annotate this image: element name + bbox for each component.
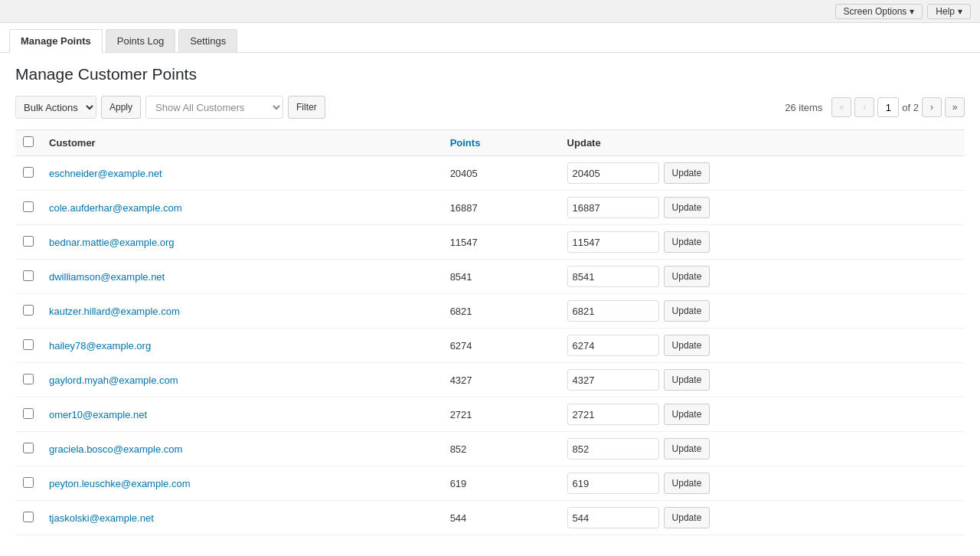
table-row: cole.aufderhar@example.com 16887 Update <box>15 191 965 225</box>
update-button[interactable]: Update <box>664 266 710 287</box>
row-checkbox-cell <box>15 191 41 225</box>
row-checkbox-cell <box>15 466 41 501</box>
update-input[interactable] <box>567 369 659 391</box>
screen-options-button[interactable]: Screen Options ▾ <box>835 4 923 19</box>
row-checkbox[interactable] <box>23 167 34 178</box>
prev-page-button[interactable]: ‹ <box>854 97 874 117</box>
customer-email-link[interactable]: tjaskolski@example.net <box>49 512 154 524</box>
row-update-cell: Update <box>560 363 965 397</box>
top-bar-right: Screen Options ▾ Help ▾ <box>831 4 971 19</box>
row-points-cell: 16887 <box>443 191 560 225</box>
customers-table: Customer Points Update eschneider@exampl… <box>15 129 965 535</box>
customer-email-link[interactable]: dwilliamson@example.net <box>49 271 165 283</box>
row-checkbox[interactable] <box>23 305 34 316</box>
row-checkbox-cell <box>15 501 41 535</box>
customer-email-link[interactable]: bednar.mattie@example.org <box>49 237 175 248</box>
customer-email-link[interactable]: omer10@example.net <box>49 409 147 420</box>
update-input[interactable] <box>567 197 659 218</box>
update-input[interactable] <box>567 335 659 356</box>
row-checkbox[interactable] <box>23 236 34 247</box>
tab-points-log[interactable]: Points Log <box>106 29 175 52</box>
customer-email-link[interactable]: peyton.leuschke@example.com <box>49 478 190 489</box>
tab-manage-points[interactable]: Manage Points <box>9 29 103 53</box>
customer-email-link[interactable]: hailey78@example.org <box>49 340 151 352</box>
row-checkbox-cell <box>15 156 41 191</box>
row-email-cell: kautzer.hillard@example.com <box>41 294 443 329</box>
update-cell-container: Update <box>567 507 957 528</box>
update-button[interactable]: Update <box>664 197 710 218</box>
update-input[interactable] <box>567 507 659 528</box>
update-button[interactable]: Update <box>664 473 710 494</box>
row-checkbox[interactable] <box>23 408 34 419</box>
row-email-cell: graciela.bosco@example.com <box>41 432 443 466</box>
select-all-checkbox[interactable] <box>23 136 34 147</box>
update-cell-container: Update <box>567 404 957 425</box>
row-checkbox[interactable] <box>23 201 34 212</box>
customer-email-link[interactable]: kautzer.hillard@example.com <box>49 306 180 317</box>
customer-email-link[interactable]: cole.aufderhar@example.com <box>49 202 182 214</box>
update-input[interactable] <box>567 473 659 494</box>
apply-button[interactable]: Apply <box>101 96 141 119</box>
update-input[interactable] <box>567 404 659 425</box>
header-update: Update <box>560 130 965 156</box>
update-cell-container: Update <box>567 369 957 391</box>
points-value: 20405 <box>450 168 478 179</box>
tabs-bar: Manage Points Points Log Settings <box>0 23 980 53</box>
update-button[interactable]: Update <box>664 507 710 528</box>
row-checkbox-cell <box>15 397 41 432</box>
header-customer: Customer <box>41 130 443 156</box>
row-checkbox-cell <box>15 294 41 329</box>
bulk-actions-select[interactable]: Bulk Actions <box>15 96 96 119</box>
row-checkbox-cell <box>15 260 41 294</box>
header-points[interactable]: Points <box>443 130 560 156</box>
tab-settings[interactable]: Settings <box>178 29 237 52</box>
update-input[interactable] <box>567 231 659 253</box>
row-points-cell: 852 <box>443 432 560 466</box>
row-checkbox[interactable] <box>23 339 34 350</box>
points-value: 8541 <box>450 271 472 283</box>
points-value: 852 <box>450 443 467 455</box>
row-checkbox[interactable] <box>23 477 34 488</box>
update-input[interactable] <box>567 266 659 287</box>
row-checkbox[interactable] <box>23 270 34 281</box>
table-row: dwilliamson@example.net 8541 Update <box>15 260 965 294</box>
help-button[interactable]: Help ▾ <box>927 4 971 19</box>
points-value: 619 <box>450 478 467 489</box>
customer-email-link[interactable]: eschneider@example.net <box>49 168 162 179</box>
update-button[interactable]: Update <box>664 231 710 253</box>
update-input[interactable] <box>567 438 659 460</box>
table-row: eschneider@example.net 20405 Update <box>15 156 965 191</box>
filter-button[interactable]: Filter <box>288 96 325 119</box>
customer-email-link[interactable]: gaylord.myah@example.com <box>49 374 178 386</box>
table-row: hailey78@example.org 6274 Update <box>15 329 965 363</box>
page-content: Manage Customer Points Bulk Actions Appl… <box>0 53 980 556</box>
customer-email-link[interactable]: graciela.bosco@example.com <box>49 443 182 455</box>
customers-filter-select[interactable]: Show All Customers <box>145 96 283 119</box>
points-value: 2721 <box>450 409 472 420</box>
first-page-button[interactable]: « <box>831 97 851 117</box>
update-button[interactable]: Update <box>664 369 710 391</box>
toolbar: Bulk Actions Apply Show All Customers Fi… <box>15 96 965 126</box>
update-button[interactable]: Update <box>664 335 710 356</box>
update-input[interactable] <box>567 300 659 322</box>
update-button[interactable]: Update <box>664 162 710 184</box>
update-button[interactable]: Update <box>664 300 710 322</box>
row-update-cell: Update <box>560 260 965 294</box>
row-update-cell: Update <box>560 466 965 501</box>
row-checkbox[interactable] <box>23 374 34 384</box>
row-points-cell: 619 <box>443 466 560 501</box>
next-page-button[interactable]: › <box>922 97 942 117</box>
update-input[interactable] <box>567 162 659 184</box>
page-number-input[interactable] <box>877 97 899 117</box>
row-checkbox[interactable] <box>23 512 34 522</box>
row-checkbox[interactable] <box>23 443 34 453</box>
update-cell-container: Update <box>567 335 957 356</box>
update-button[interactable]: Update <box>664 404 710 425</box>
row-email-cell: dwilliamson@example.net <box>41 260 443 294</box>
update-button[interactable]: Update <box>664 438 710 460</box>
row-checkbox-cell <box>15 432 41 466</box>
row-points-cell: 6274 <box>443 329 560 363</box>
points-value: 4327 <box>450 374 472 386</box>
row-update-cell: Update <box>560 329 965 363</box>
last-page-button[interactable]: » <box>945 97 965 117</box>
